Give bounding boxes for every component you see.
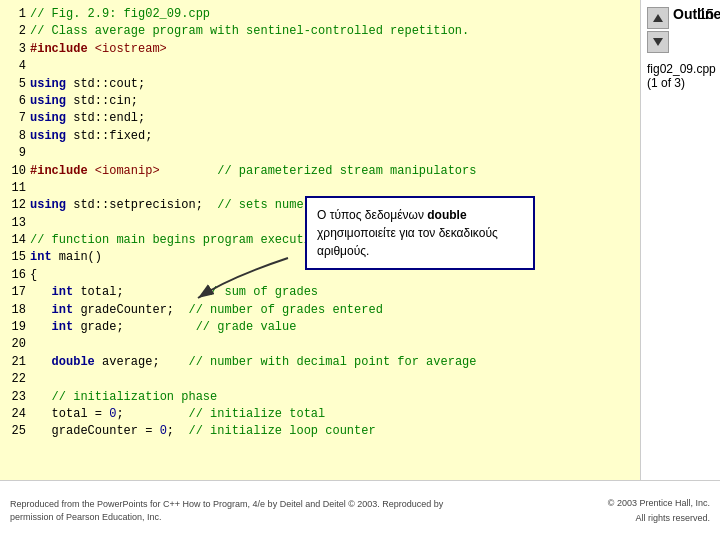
code-line-20: 20 xyxy=(8,336,632,353)
svg-marker-0 xyxy=(653,14,663,22)
code-line-21: 21 double average; // number with decima… xyxy=(8,354,632,371)
line-code: using std::cin; xyxy=(28,93,632,110)
line-code: using std::fixed; xyxy=(28,128,632,145)
line-number: 20 xyxy=(8,336,28,353)
line-code: int gradeCounter; // number of grades en… xyxy=(28,302,632,319)
line-number: 17 xyxy=(8,284,28,301)
line-code xyxy=(28,180,632,197)
svg-marker-1 xyxy=(653,38,663,46)
code-line-17: 17 int total; // sum of grades xyxy=(8,284,632,301)
code-line-24: 24 total = 0; // initialize total xyxy=(8,406,632,423)
copyright-line2: All rights reserved. xyxy=(635,513,710,523)
line-code: gradeCounter = 0; // initialize loop cou… xyxy=(28,423,632,440)
line-number: 9 xyxy=(8,145,28,162)
code-line-25: 25 gradeCounter = 0; // initialize loop … xyxy=(8,423,632,440)
line-number: 8 xyxy=(8,128,28,145)
line-number: 12 xyxy=(8,197,28,214)
code-line-9: 9 xyxy=(8,145,632,162)
line-code: // Fig. 2.9: fig02_09.cpp xyxy=(28,6,632,23)
code-line-4: 4 xyxy=(8,58,632,75)
outline-filename: fig02_09.cpp (1 of 3) xyxy=(641,58,720,94)
code-line-19: 19 int grade; // grade value xyxy=(8,319,632,336)
code-line-1: 1 // Fig. 2.9: fig02_09.cpp xyxy=(8,6,632,23)
line-number: 22 xyxy=(8,371,28,388)
line-number: 18 xyxy=(8,302,28,319)
line-code xyxy=(28,58,632,75)
line-number: 15 xyxy=(8,249,28,266)
line-code: #include <iomanip> // parameterized stre… xyxy=(28,163,632,180)
line-code: // Class average program with sentinel-c… xyxy=(28,23,632,40)
code-line-7: 7 using std::endl; xyxy=(8,110,632,127)
line-code xyxy=(28,336,632,353)
line-code: // initialization phase xyxy=(28,389,632,406)
code-line-11: 11 xyxy=(8,180,632,197)
line-number: 14 xyxy=(8,232,28,249)
code-line-2: 2 // Class average program with sentinel… xyxy=(8,23,632,40)
line-number: 10 xyxy=(8,163,28,180)
line-number: 1 xyxy=(8,6,28,23)
up-arrow-icon xyxy=(652,13,664,23)
code-line-10: 10 #include <iomanip> // parameterized s… xyxy=(8,163,632,180)
outline-up-button[interactable] xyxy=(647,7,669,29)
line-code: double average; // number with decimal p… xyxy=(28,354,632,371)
line-code xyxy=(28,145,632,162)
line-code: int grade; // grade value xyxy=(28,319,632,336)
line-number: 11 xyxy=(8,180,28,197)
line-number: 4 xyxy=(8,58,28,75)
line-number: 6 xyxy=(8,93,28,110)
outline-sidebar: 15 Outline fig02_09.cpp (1 of 3) xyxy=(640,0,720,480)
line-code: total = 0; // initialize total xyxy=(28,406,632,423)
tooltip-arrow-svg xyxy=(188,248,308,308)
line-number: 3 xyxy=(8,41,28,58)
code-line-22: 22 xyxy=(8,371,632,388)
code-line-5: 5 using std::cout; xyxy=(8,76,632,93)
line-code: using std::cout; xyxy=(28,76,632,93)
code-line-8: 8 using std::fixed; xyxy=(8,128,632,145)
footer-right-text: © 2003 Prentice Hall, Inc. All rights re… xyxy=(608,496,710,525)
down-arrow-icon xyxy=(652,37,664,47)
footer-left-text: Reproduced from the PowerPoints for C++ … xyxy=(10,498,460,523)
code-line-6: 6 using std::cin; xyxy=(8,93,632,110)
line-number: 7 xyxy=(8,110,28,127)
footer: Reproduced from the PowerPoints for C++ … xyxy=(0,480,720,540)
line-number: 24 xyxy=(8,406,28,423)
line-number: 5 xyxy=(8,76,28,93)
line-number: 13 xyxy=(8,215,28,232)
line-number: 25 xyxy=(8,423,28,440)
code-line-23: 23 // initialization phase xyxy=(8,389,632,406)
code-line-3: 3 #include <iostream> xyxy=(8,41,632,58)
line-number: 16 xyxy=(8,267,28,284)
line-number: 23 xyxy=(8,389,28,406)
copyright-line1: © 2003 Prentice Hall, Inc. xyxy=(608,498,710,508)
line-number: 2 xyxy=(8,23,28,40)
line-code: int total; // sum of grades xyxy=(28,284,632,301)
line-code: #include <iostream> xyxy=(28,41,632,58)
tooltip-box: Ο τύπος δεδομένων double χρησιμοποιείτε … xyxy=(305,196,535,270)
line-number: 21 xyxy=(8,354,28,371)
page-number: 15 xyxy=(698,6,714,22)
line-code xyxy=(28,371,632,388)
outline-down-button[interactable] xyxy=(647,31,669,53)
outline-arrows xyxy=(647,6,669,54)
code-line-18: 18 int gradeCounter; // number of grades… xyxy=(8,302,632,319)
line-number: 19 xyxy=(8,319,28,336)
line-code: using std::endl; xyxy=(28,110,632,127)
